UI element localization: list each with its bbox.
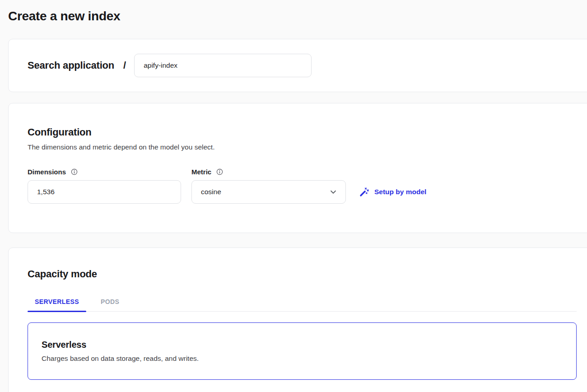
dimensions-input[interactable] <box>28 180 181 204</box>
info-icon[interactable] <box>71 168 78 175</box>
metric-label: Metric <box>191 168 211 176</box>
dimensions-field: Dimensions <box>28 168 181 204</box>
page-header: Create a new index <box>0 0 587 23</box>
configuration-fields-row: Dimensions Metric <box>28 168 576 204</box>
configuration-title: Configuration <box>28 126 576 138</box>
search-application-label: Search application <box>28 60 114 71</box>
dimensions-label: Dimensions <box>28 168 66 176</box>
metric-field: Metric cosine <box>191 168 346 204</box>
capacity-mode-card: Capacity mode SERVERLESS PODS Serverless… <box>8 247 587 392</box>
tab-serverless[interactable]: SERVERLESS <box>28 298 86 311</box>
capacity-tabs: SERVERLESS PODS <box>28 298 577 312</box>
chevron-down-icon <box>329 188 337 196</box>
capacity-mode-title: Capacity mode <box>28 268 576 280</box>
serverless-option-title: Serverless <box>42 339 563 350</box>
page-title: Create a new index <box>8 9 579 23</box>
configuration-card: Configuration The dimensions and metric … <box>8 103 587 233</box>
configuration-subtitle: The dimensions and metric depend on the … <box>28 142 576 152</box>
tab-pods[interactable]: PODS <box>93 298 126 311</box>
setup-by-model-link[interactable]: Setup by model <box>359 180 426 204</box>
metric-select[interactable]: cosine <box>191 180 346 204</box>
index-name-input[interactable] <box>134 54 312 77</box>
metric-selected-value: cosine <box>201 188 221 196</box>
dimensions-label-row: Dimensions <box>28 168 181 176</box>
magic-wand-icon <box>359 187 369 197</box>
serverless-option-description: Charges based on data storage, reads, an… <box>42 354 563 363</box>
metric-label-row: Metric <box>191 168 346 176</box>
index-name-card: Search application / <box>8 39 587 92</box>
info-icon[interactable] <box>216 168 223 175</box>
setup-by-model-label: Setup by model <box>374 188 426 196</box>
serverless-option-card[interactable]: Serverless Charges based on data storage… <box>28 322 577 380</box>
path-separator: / <box>123 60 126 71</box>
